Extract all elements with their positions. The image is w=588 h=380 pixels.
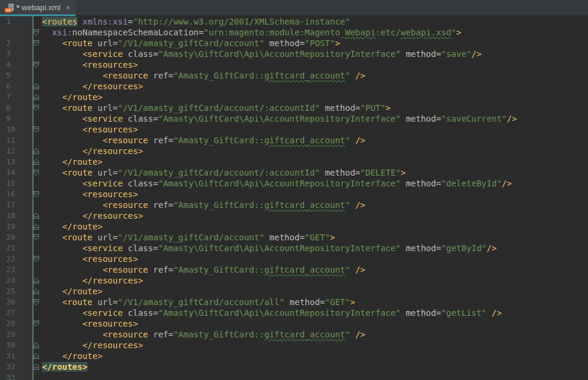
fold-column bbox=[32, 81, 41, 92]
code-line[interactable]: 4 <resources> bbox=[0, 59, 588, 70]
editor[interactable]: 1<routes xmlns:xsi="http://www.w3.org/20… bbox=[0, 16, 588, 380]
code-line[interactable]: 18 </resources> bbox=[0, 210, 588, 221]
code-line[interactable]: 16 <resources> bbox=[0, 189, 588, 200]
line-number: 21 bbox=[0, 243, 32, 254]
code-line[interactable]: 25 </route> bbox=[0, 286, 588, 297]
fold-marker-up-icon[interactable] bbox=[34, 224, 39, 230]
fold-column bbox=[32, 135, 41, 146]
fold-marker-up-icon[interactable] bbox=[34, 278, 39, 284]
code-line[interactable]: 6 </resources> bbox=[0, 81, 588, 92]
code-line[interactable]: 10 <resources> bbox=[0, 124, 588, 135]
code-line[interactable]: xsi:noNamespaceSchemaLocation="urn:magen… bbox=[0, 27, 588, 38]
line-number: 32 bbox=[0, 361, 32, 372]
fold-marker-up-icon[interactable] bbox=[34, 353, 39, 359]
code-text: </resources> bbox=[41, 81, 143, 92]
code-rows: 1<routes xmlns:xsi="http://www.w3.org/20… bbox=[0, 16, 588, 380]
code-line[interactable]: 30 </resources> bbox=[0, 340, 588, 351]
code-text: </resources> bbox=[41, 340, 143, 351]
fold-marker-down-icon[interactable] bbox=[34, 256, 39, 262]
line-number: 4 bbox=[0, 59, 32, 70]
code-line[interactable]: 19 </route> bbox=[0, 221, 588, 232]
fold-marker-up-icon[interactable] bbox=[34, 288, 39, 294]
code-line[interactable]: 20 <route url="/V1/amasty_giftCard/accou… bbox=[0, 232, 588, 243]
fold-marker-down-icon[interactable] bbox=[34, 191, 39, 197]
code-text: </resources> bbox=[41, 146, 143, 156]
line-number: 16 bbox=[0, 189, 32, 200]
code-line[interactable]: 21 <service class="Amasty\GiftCard\Api\A… bbox=[0, 243, 588, 254]
code-text: <resource ref="Amasty_GiftCard::giftcard… bbox=[41, 70, 365, 81]
code-line[interactable]: 28 <resources> bbox=[0, 318, 588, 329]
code-line[interactable]: 33 bbox=[0, 372, 588, 380]
fold-marker-up-icon[interactable] bbox=[34, 364, 39, 370]
code-text: <route url="/V1/amasty_giftCard/account/… bbox=[41, 102, 391, 113]
line-number: 22 bbox=[0, 254, 32, 264]
tab-webapi-xml[interactable]: <> * webapi.xml × bbox=[0, 0, 76, 16]
editor-tab-bar: <> * webapi.xml × bbox=[0, 0, 588, 16]
code-line[interactable]: 22 <resources> bbox=[0, 254, 588, 264]
fold-column bbox=[32, 210, 41, 221]
code-line[interactable]: 2 <route url="/V1/amasty_giftCard/accoun… bbox=[0, 38, 588, 49]
code-line[interactable]: 5 <resource ref="Amasty_GiftCard::giftca… bbox=[0, 70, 588, 81]
line-number: 26 bbox=[0, 297, 32, 307]
fold-column bbox=[32, 221, 41, 232]
code-line[interactable]: 32</routes> bbox=[0, 361, 588, 372]
fold-marker-up-icon[interactable] bbox=[34, 342, 39, 348]
fold-marker-down-icon[interactable] bbox=[34, 170, 39, 176]
fold-column bbox=[32, 200, 41, 210]
fold-column bbox=[32, 232, 41, 243]
code-line[interactable]: 12 </resources> bbox=[0, 146, 588, 156]
line-number: 25 bbox=[0, 286, 32, 297]
fold-marker-down-icon[interactable] bbox=[34, 321, 39, 327]
fold-column bbox=[32, 38, 41, 49]
line-number: 2 bbox=[0, 38, 32, 49]
fold-column bbox=[32, 156, 41, 167]
code-text: <resource ref="Amasty_GiftCard::giftcard… bbox=[41, 264, 365, 275]
fold-column bbox=[32, 372, 41, 380]
code-line[interactable]: 14 <route url="/V1/amasty_giftCard/accou… bbox=[0, 167, 588, 178]
line-number: 10 bbox=[0, 124, 32, 135]
fold-column bbox=[32, 59, 41, 70]
code-text: <resource ref="Amasty_GiftCard::giftcard… bbox=[41, 329, 365, 340]
code-text: </route> bbox=[41, 351, 102, 361]
code-line[interactable]: 29 <resource ref="Amasty_GiftCard::giftc… bbox=[0, 329, 588, 340]
line-number: 20 bbox=[0, 232, 32, 243]
code-line[interactable]: 7 </route> bbox=[0, 92, 588, 102]
code-text: <resource ref="Amasty_GiftCard::giftcard… bbox=[41, 135, 365, 146]
code-line[interactable]: 26 <route url="/V1/amasty_giftCard/accou… bbox=[0, 297, 588, 307]
code-line[interactable]: 11 <resource ref="Amasty_GiftCard::giftc… bbox=[0, 135, 588, 146]
line-number: 30 bbox=[0, 340, 32, 351]
fold-marker-up-icon[interactable] bbox=[34, 94, 39, 100]
code-text: </resources> bbox=[41, 275, 143, 286]
code-text: <resources> bbox=[41, 318, 138, 329]
code-line[interactable]: 27 <service class="Amasty\GiftCard\Api\A… bbox=[0, 307, 588, 318]
code-line[interactable]: 13 </route> bbox=[0, 156, 588, 167]
fold-marker-down-icon[interactable] bbox=[34, 234, 39, 240]
fold-marker-up-icon[interactable] bbox=[34, 213, 39, 219]
tab-filename: webapi.xml bbox=[22, 3, 61, 12]
fold-column bbox=[32, 189, 41, 200]
xml-file-icon: <> bbox=[5, 4, 14, 13]
code-text: <service class="Amasty\GiftCard\Api\Acco… bbox=[41, 178, 512, 189]
fold-marker-down-icon[interactable] bbox=[34, 40, 39, 46]
fold-marker-down-icon[interactable] bbox=[34, 299, 39, 305]
code-line[interactable]: 23 <resource ref="Amasty_GiftCard::giftc… bbox=[0, 264, 588, 275]
code-text: <resources> bbox=[41, 59, 138, 70]
fold-marker-up-icon[interactable] bbox=[34, 148, 39, 154]
code-line[interactable]: 17 <resource ref="Amasty_GiftCard::giftc… bbox=[0, 200, 588, 210]
fold-marker-down-icon[interactable] bbox=[34, 62, 39, 68]
fold-marker-down-icon[interactable] bbox=[34, 126, 39, 132]
fold-marker-down-icon[interactable] bbox=[34, 105, 39, 111]
code-line[interactable]: 8 <route url="/V1/amasty_giftCard/accoun… bbox=[0, 102, 588, 113]
fold-column bbox=[32, 167, 41, 178]
code-line[interactable]: 9 <service class="Amasty\GiftCard\Api\Ac… bbox=[0, 113, 588, 124]
fold-marker-down-icon[interactable] bbox=[34, 29, 39, 35]
fold-marker-up-icon[interactable] bbox=[34, 83, 39, 89]
code-line[interactable]: 1<routes xmlns:xsi="http://www.w3.org/20… bbox=[0, 16, 588, 27]
code-line[interactable]: 24 </resources> bbox=[0, 275, 588, 286]
code-line[interactable]: 3 <service class="Amasty\GiftCard\Api\Ac… bbox=[0, 49, 588, 59]
line-number: 13 bbox=[0, 156, 32, 167]
code-line[interactable]: 31 </route> bbox=[0, 351, 588, 361]
fold-marker-up-icon[interactable] bbox=[34, 159, 39, 165]
close-icon[interactable]: × bbox=[66, 4, 70, 12]
code-line[interactable]: 15 <service class="Amasty\GiftCard\Api\A… bbox=[0, 178, 588, 189]
